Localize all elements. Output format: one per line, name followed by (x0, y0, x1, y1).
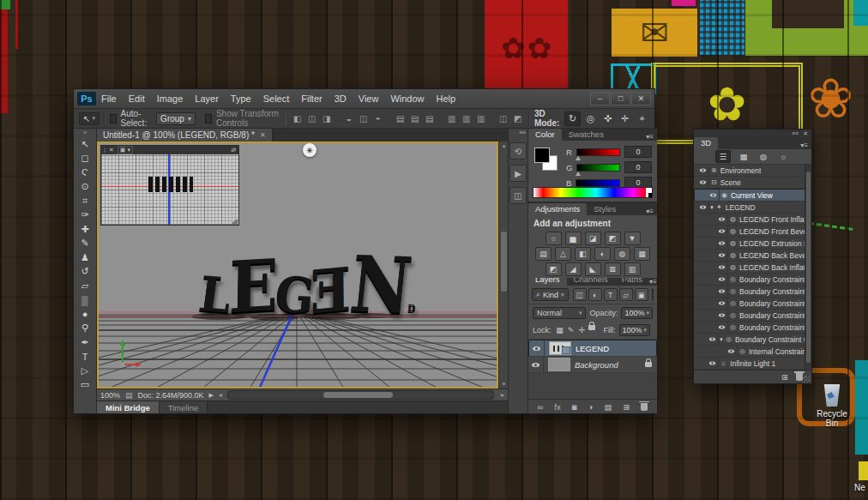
visibility-toggle[interactable] (707, 190, 720, 201)
vibrance-icon[interactable]: ▼ (624, 232, 641, 245)
distribute-top[interactable]: ▥ (445, 114, 458, 123)
new-adjustment-layer-button[interactable]: ◑ (588, 402, 594, 412)
visibility-toggle[interactable] (706, 334, 719, 345)
align-bottom-edges[interactable]: ◓ (371, 114, 384, 123)
scroll-right-icon[interactable]: ▸ (501, 391, 504, 399)
tab-swatches[interactable]: Swatches (562, 129, 611, 141)
close-button[interactable]: ✕ (631, 92, 651, 105)
recycle-bin-icon[interactable]: Recycle Bin (813, 384, 851, 428)
color-slider[interactable] (576, 164, 620, 172)
color-slider[interactable] (576, 179, 620, 187)
visibility-toggle[interactable] (706, 358, 719, 369)
posterize-icon[interactable]: ◢ (565, 262, 582, 276)
menu-item[interactable]: Filter (301, 93, 322, 104)
panel-menu-icon[interactable]: ▾≡ (800, 142, 808, 149)
levels-icon[interactable]: ▅ (565, 232, 582, 245)
3d-item-extrusion[interactable]: ◍ LEGEND Extrusion Ma... (694, 238, 811, 250)
status-flyout-icon[interactable]: ▶ (209, 392, 214, 399)
panel-menu-icon[interactable]: ▾≡ (646, 208, 654, 215)
align-left-edges[interactable]: ◧ (291, 114, 304, 123)
tab-color[interactable]: Color (528, 129, 562, 141)
menu-item[interactable]: Type (231, 93, 251, 104)
visibility-toggle[interactable] (715, 322, 728, 333)
menu-item[interactable]: File (101, 93, 117, 104)
layer-filter-toggle[interactable] (652, 288, 654, 301)
3d-roll-mode[interactable]: ◎ (583, 112, 598, 125)
hue-saturation-icon[interactable]: ▤ (535, 247, 552, 261)
zoom-level[interactable]: 100% (100, 391, 120, 400)
crop-tool[interactable]: ⌗ (75, 194, 94, 208)
eyedropper-tool[interactable]: ✑ (75, 208, 94, 223)
3d-item-boundary-2[interactable]: ◎ Boundary Constraint 2 (694, 286, 811, 298)
filter-pixel-layers[interactable]: ◫ (573, 288, 587, 301)
lock-all[interactable] (588, 325, 595, 330)
lock-position[interactable]: ✛ (577, 325, 588, 335)
lock-transparency[interactable]: ▦ (555, 325, 565, 335)
quick-selection-tool[interactable]: ⊙ (75, 180, 94, 195)
3d-item-front-inflation[interactable]: ◍ LEGEND Front Inflatio... (694, 214, 811, 226)
clone-stamp-tool[interactable]: ♟ (75, 250, 94, 265)
visibility-toggle[interactable] (696, 177, 709, 188)
layer-style-button[interactable]: fx (554, 402, 560, 412)
scroll-up-icon[interactable]: ▲ (502, 142, 507, 150)
3d-item-front-bevel[interactable]: ◍ LEGEND Front Bevel ... (694, 226, 811, 238)
3d-item-environment[interactable]: ≋ Environment (694, 165, 811, 177)
3d-item-boundary-4[interactable]: ◎ Boundary Constraint 4 (694, 310, 811, 322)
color-lookup-icon[interactable]: ▦ (634, 247, 650, 261)
selective-color-icon[interactable]: ⊠ (605, 262, 621, 276)
partial-icon-label[interactable]: Ne (854, 483, 865, 492)
color-spectrum-bar[interactable] (533, 187, 653, 198)
3d-list-scrollbar[interactable] (805, 165, 811, 370)
opacity-value[interactable]: 100% ▾ (621, 307, 653, 319)
dodge-tool[interactable]: ⚲ (75, 322, 94, 336)
distribute-horizontal-centers[interactable]: ▤ (408, 114, 421, 123)
close-icon[interactable]: ✕ (803, 130, 808, 137)
menu-item[interactable]: Help (437, 93, 456, 104)
3d-scale-mode[interactable]: ⌖ (635, 112, 649, 125)
filter-lights[interactable]: ☼ (776, 151, 790, 162)
align-vertical-centers[interactable]: ◫ (357, 114, 370, 123)
visibility-toggle[interactable] (696, 165, 709, 176)
auto-align-layers[interactable]: ◫ (497, 114, 509, 123)
3d-item-back-inflation[interactable]: ◍ LEGEND Back Inflatio... (694, 262, 811, 274)
scroll-left-icon[interactable]: ◂ (219, 391, 222, 399)
move-tool[interactable]: ↖ (75, 137, 94, 152)
visibility-toggle[interactable] (715, 274, 728, 285)
collapse-panels-icon[interactable]: «« (519, 129, 526, 137)
visibility-toggle[interactable] (715, 286, 728, 297)
delete-layer-button[interactable] (641, 403, 648, 411)
layer-filter-kind-dropdown[interactable]: ⌕ Kind ▾ (532, 288, 569, 301)
actions-panel-icon[interactable]: ▶ (509, 165, 527, 182)
new-layer-button[interactable]: ⊞ (623, 402, 630, 412)
visibility-toggle[interactable] (715, 310, 728, 321)
auto-blend-layers[interactable]: ◩ (511, 114, 524, 123)
swap-view-icon[interactable]: ⇄ (231, 147, 236, 154)
add-layer-mask-button[interactable]: ◙ (572, 402, 577, 412)
layer-background[interactable]: Background (528, 357, 657, 373)
close-icon[interactable]: ✕ (109, 147, 114, 154)
distribute-vertical-centers[interactable]: ▥ (460, 114, 473, 123)
scrollbar-thumb[interactable] (501, 232, 507, 292)
curves-icon[interactable]: ◪ (585, 232, 601, 245)
layer-thumbnail[interactable] (549, 341, 571, 355)
current-tool-chip[interactable]: ↖ ▾ (79, 112, 99, 125)
visibility-toggle[interactable] (528, 357, 544, 372)
marquee-tool[interactable]: ◻ (75, 152, 94, 166)
3d-item-boundary-3[interactable]: ◎ Boundary Constraint 3 (694, 298, 811, 310)
black-white-icon[interactable]: ◧ (575, 247, 591, 261)
lock-pixels[interactable]: ✎ (566, 325, 576, 335)
3d-rotate-mode[interactable]: ↻ (564, 111, 581, 126)
3d-item-current-view[interactable]: ◉ Current View (694, 189, 811, 202)
slider-thumb[interactable] (576, 156, 581, 160)
collapse-icon[interactable]: «« (792, 130, 799, 136)
horizontal-scrollbar[interactable] (227, 390, 494, 400)
threshold-icon[interactable]: ◣ (585, 262, 601, 276)
visibility-toggle[interactable] (725, 346, 738, 357)
document-tab[interactable]: Untitled-1 @ 100% (LEGEND, RGB/8) * ✕ (97, 129, 273, 142)
filter-adjustment-layers[interactable]: ◐ (588, 288, 602, 301)
color-slider[interactable] (576, 148, 620, 156)
path-selection-tool[interactable]: ▷ (75, 364, 94, 378)
menu-item[interactable]: 3D (335, 93, 347, 104)
blur-tool[interactable]: ● (75, 307, 94, 322)
filter-whole-scene[interactable]: ☰ (715, 150, 731, 163)
